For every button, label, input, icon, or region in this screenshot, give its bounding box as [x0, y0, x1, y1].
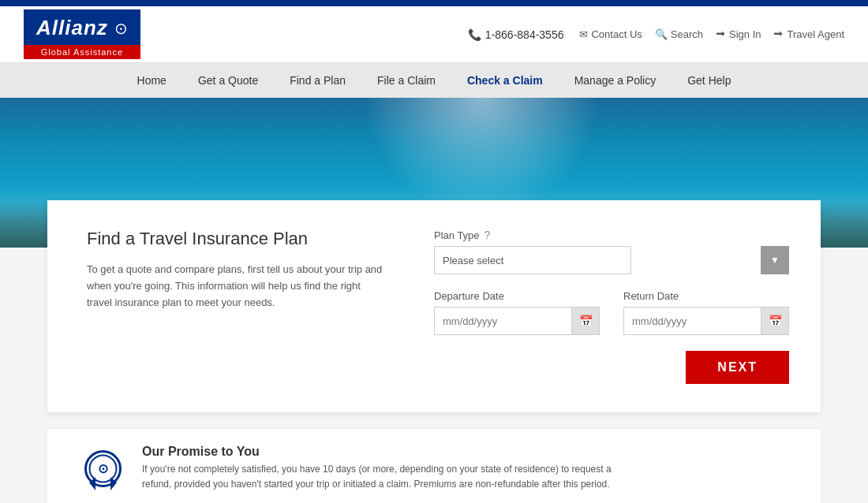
form-right-section: Plan Type ? Please select ▼ Departure Da… [434, 229, 789, 384]
nav-check-a-claim[interactable]: Check a Claim [451, 65, 559, 96]
departure-date-field: Departure Date 📅 [434, 290, 600, 335]
header-links: ✉ Contact Us 🔍 Search ⮕ Sign In ⮕ Travel… [579, 28, 844, 40]
plan-type-select-wrapper: Please select ▼ [434, 246, 789, 274]
next-button-row: NEXT [434, 351, 789, 384]
plan-type-select[interactable]: Please select [434, 246, 631, 274]
nav-get-a-quote[interactable]: Get a Quote [182, 65, 274, 96]
promise-body: If you're not completely satisfied, you … [142, 462, 615, 492]
travel-agent-icon: ⮕ [773, 28, 784, 40]
main-content: Find a Travel Insurance Plan To get a qu… [0, 248, 868, 503]
form-description: To get a quote and compare plans, first … [87, 262, 387, 311]
logo-box: Allianz ⊙ [24, 9, 140, 45]
departure-calendar-icon[interactable]: 📅 [571, 307, 600, 335]
dates-row: Departure Date 📅 Return Date [434, 290, 789, 335]
departure-date-input-wrapper: 📅 [434, 307, 600, 335]
plan-type-label: Plan Type ? [434, 229, 789, 241]
svg-text:⊙: ⊙ [98, 462, 108, 475]
return-date-input-wrapper: 📅 [623, 307, 789, 335]
signin-icon: ⮕ [716, 28, 726, 40]
phone-number: 📞 1-866-884-3556 [468, 28, 564, 41]
form-left-section: Find a Travel Insurance Plan To get a qu… [87, 229, 387, 311]
nav-get-help[interactable]: Get Help [672, 65, 746, 96]
signin-link[interactable]: ⮕ Sign In [716, 28, 761, 40]
nav-file-a-claim[interactable]: File a Claim [361, 65, 451, 96]
nav-find-a-plan[interactable]: Find a Plan [274, 65, 361, 96]
promise-badge-svg: ⊙ [81, 447, 125, 490]
promise-text-area: Our Promise to You If you're not complet… [142, 445, 615, 492]
promise-section: ⊙ Our Promise to You If you're not compl… [47, 428, 821, 503]
form-card: Find a Travel Insurance Plan To get a qu… [47, 200, 821, 412]
allianz-icon: ⊙ [114, 19, 128, 38]
top-accent-bar [0, 0, 868, 6]
envelope-icon: ✉ [579, 28, 588, 40]
logo-text: Allianz [36, 16, 108, 40]
plan-type-help-icon[interactable]: ? [485, 229, 491, 241]
return-date-field: Return Date 📅 [623, 290, 789, 335]
return-calendar-icon[interactable]: 📅 [761, 307, 789, 335]
hero-light-effect [363, 98, 600, 216]
departure-date-label: Departure Date [434, 290, 600, 302]
return-date-label: Return Date [623, 290, 789, 302]
search-link[interactable]: 🔍 Search [655, 28, 703, 40]
search-icon: 🔍 [655, 28, 668, 40]
next-button[interactable]: NEXT [686, 351, 789, 384]
travel-agent-link[interactable]: ⮕ Travel Agent [773, 28, 844, 40]
main-nav: Home Get a Quote Find a Plan File a Clai… [0, 63, 868, 98]
logo-container: Allianz ⊙ Global Assistance [24, 9, 140, 59]
promise-badge: ⊙ [79, 445, 126, 492]
header: Allianz ⊙ Global Assistance 📞 1-866-884-… [0, 6, 868, 63]
nav-manage-a-policy[interactable]: Manage a Policy [559, 65, 672, 96]
select-dropdown-arrow: ▼ [761, 246, 789, 274]
contact-us-link[interactable]: ✉ Contact Us [579, 28, 642, 40]
logo-subtitle: Global Assistance [24, 45, 140, 59]
promise-title: Our Promise to You [142, 445, 615, 459]
phone-icon: 📞 [468, 28, 481, 41]
nav-home[interactable]: Home [122, 65, 182, 96]
header-right: 📞 1-866-884-3556 ✉ Contact Us 🔍 Search ⮕… [468, 28, 844, 41]
form-title: Find a Travel Insurance Plan [87, 229, 387, 249]
